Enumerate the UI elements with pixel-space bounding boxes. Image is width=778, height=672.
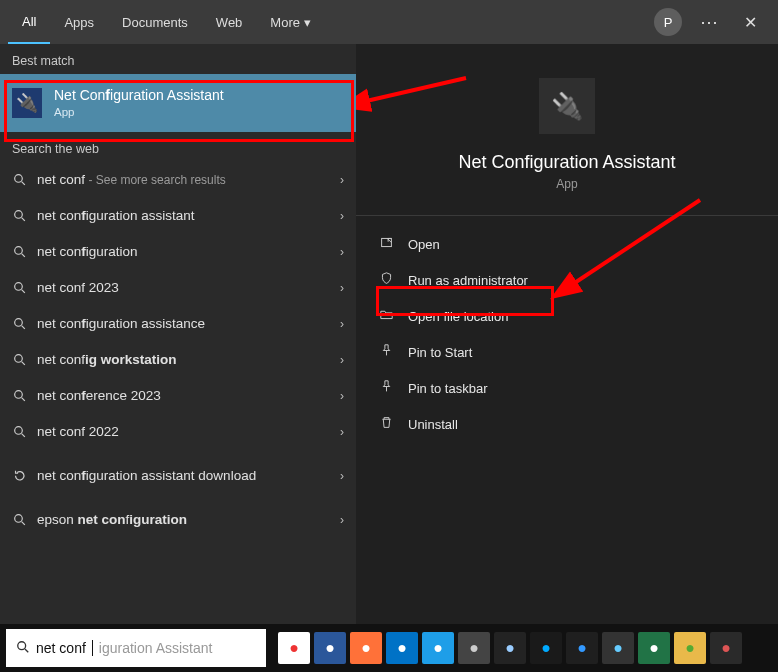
search-icon xyxy=(12,512,27,527)
web-result[interactable]: net conf 2022› xyxy=(0,414,356,450)
tab-all[interactable]: All xyxy=(8,0,50,44)
search-icon xyxy=(12,424,27,439)
chevron-right-icon: › xyxy=(340,173,344,187)
action-label: Run as administrator xyxy=(408,273,528,288)
web-result[interactable]: epson net configuration› xyxy=(0,502,356,538)
search-icon xyxy=(12,352,27,367)
pin-icon xyxy=(378,380,394,396)
search-icon xyxy=(12,208,27,223)
action-label: Open xyxy=(408,237,440,252)
pin-icon xyxy=(378,344,394,360)
folder-icon xyxy=(378,308,394,324)
svg-point-19 xyxy=(18,641,26,649)
close-button[interactable]: ✕ xyxy=(730,13,770,32)
preview-app-title: Net Configuration Assistant xyxy=(366,152,768,173)
preview-app-sub: App xyxy=(366,177,768,191)
svg-point-8 xyxy=(14,319,22,327)
svg-point-14 xyxy=(14,427,22,435)
svg-point-0 xyxy=(14,175,22,183)
action-label: Open file location xyxy=(408,309,508,324)
web-result[interactable]: net configuration assistant› xyxy=(0,198,356,234)
best-match-sub: App xyxy=(54,105,224,119)
preview-pane: 🔌 Net Configuration Assistant App OpenRu… xyxy=(356,44,778,624)
svg-point-4 xyxy=(14,247,22,255)
open-icon xyxy=(378,236,394,252)
svg-point-10 xyxy=(14,355,22,363)
tab-more[interactable]: More ▾ xyxy=(256,0,325,44)
taskbar-app-red[interactable]: ● xyxy=(710,632,742,664)
tab-more-label: More xyxy=(270,15,300,30)
web-result-text: net conference 2023 xyxy=(37,388,161,404)
tab-web[interactable]: Web xyxy=(202,0,257,44)
search-icon xyxy=(16,640,30,657)
web-result-text: net conf - See more search results xyxy=(37,172,226,188)
taskbar-app-x[interactable]: ● xyxy=(602,632,634,664)
svg-line-7 xyxy=(21,290,24,293)
taskbar-excel[interactable]: ● xyxy=(638,632,670,664)
taskbar-explorer[interactable]: ● xyxy=(674,632,706,664)
taskbar: net configuration Assistant ●●●●●●●●●●●●… xyxy=(0,624,778,672)
svg-line-15 xyxy=(21,434,24,437)
svg-line-1 xyxy=(21,182,24,185)
action-label: Pin to taskbar xyxy=(408,381,488,396)
taskbar-chrome[interactable]: ● xyxy=(278,632,310,664)
action-pin-to-start[interactable]: Pin to Start xyxy=(356,334,778,370)
taskbar-word[interactable]: ● xyxy=(314,632,346,664)
more-options-button[interactable]: ⋯ xyxy=(690,11,730,33)
chevron-right-icon: › xyxy=(340,245,344,259)
chevron-right-icon: › xyxy=(340,209,344,223)
web-result-hint: - See more search results xyxy=(85,173,226,187)
taskbar-firefox[interactable]: ● xyxy=(350,632,382,664)
user-avatar[interactable]: P xyxy=(654,8,682,36)
tab-apps[interactable]: Apps xyxy=(50,0,108,44)
svg-line-17 xyxy=(21,522,24,525)
best-match-result[interactable]: 🔌 Net Configuration Assistant App xyxy=(0,74,356,132)
svg-rect-18 xyxy=(381,238,391,246)
chevron-right-icon: › xyxy=(340,389,344,403)
web-result-text: net configuration xyxy=(37,244,138,260)
taskbar-vscode[interactable]: ● xyxy=(566,632,598,664)
chevron-right-icon: › xyxy=(340,317,344,331)
action-uninstall[interactable]: Uninstall xyxy=(356,406,778,442)
best-match-header: Best match xyxy=(0,44,356,74)
action-label: Pin to Start xyxy=(408,345,472,360)
taskbar-outlook[interactable]: ● xyxy=(386,632,418,664)
search-icon xyxy=(12,388,27,403)
chevron-right-icon: › xyxy=(340,353,344,367)
taskbar-terminal[interactable]: ● xyxy=(458,632,490,664)
taskbar-edge[interactable]: ● xyxy=(422,632,454,664)
svg-line-9 xyxy=(21,326,24,329)
web-result-text: epson net configuration xyxy=(37,512,187,528)
web-result[interactable]: net configuration assistance› xyxy=(0,306,356,342)
web-result[interactable]: net configuration› xyxy=(0,234,356,270)
search-completion-text: iguration Assistant xyxy=(99,640,213,656)
svg-line-20 xyxy=(25,648,28,651)
chevron-right-icon: › xyxy=(340,469,344,483)
action-run-as-administrator[interactable]: Run as administrator xyxy=(356,262,778,298)
web-result[interactable]: net config workstation› xyxy=(0,342,356,378)
svg-line-3 xyxy=(21,218,24,221)
web-result[interactable]: net conference 2023› xyxy=(0,378,356,414)
shield-icon xyxy=(378,272,394,288)
svg-point-6 xyxy=(14,283,22,291)
search-input[interactable]: net configuration Assistant xyxy=(6,629,266,667)
web-result-text: net conf 2023 xyxy=(37,280,119,296)
tab-documents[interactable]: Documents xyxy=(108,0,202,44)
action-label: Uninstall xyxy=(408,417,458,432)
web-result-text: net config workstation xyxy=(37,352,177,368)
web-result[interactable]: net conf - See more search results› xyxy=(0,162,356,198)
taskbar-opera[interactable]: ● xyxy=(530,632,562,664)
chevron-down-icon: ▾ xyxy=(304,15,311,30)
web-result[interactable]: net configuration assistant download› xyxy=(0,450,356,502)
action-open[interactable]: Open xyxy=(356,226,778,262)
taskbar-shapes[interactable]: ● xyxy=(494,632,526,664)
app-icon: 🔌 xyxy=(12,88,42,118)
web-result[interactable]: net conf 2023› xyxy=(0,270,356,306)
action-open-file-location[interactable]: Open file location xyxy=(356,298,778,334)
search-icon xyxy=(12,316,27,331)
web-result-text: net configuration assistant download xyxy=(37,468,256,484)
action-pin-to-taskbar[interactable]: Pin to taskbar xyxy=(356,370,778,406)
history-icon xyxy=(12,468,27,483)
web-result-text: net configuration assistant xyxy=(37,208,195,224)
search-icon xyxy=(12,280,27,295)
